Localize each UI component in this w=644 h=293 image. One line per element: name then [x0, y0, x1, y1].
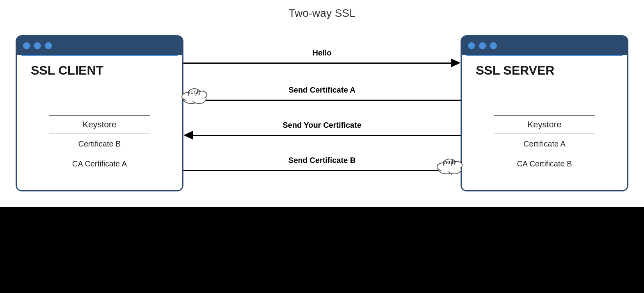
arrow-send-your-cert-head [183, 131, 193, 139]
ssl-client-box: SSL CLIENT Keystore Certificate B CA Cer… [16, 35, 183, 191]
client-titlebar [17, 36, 182, 55]
server-keystore-header: Keystore [494, 116, 595, 134]
arrow-hello-shaft [183, 63, 451, 64]
client-dot-3 [45, 42, 52, 49]
server-titlebar [462, 36, 627, 55]
verify-cloud-left: verify [180, 82, 209, 104]
client-keystore-row-1: Certificate B [49, 134, 150, 154]
client-keystore-header: Keystore [49, 116, 150, 134]
arrow-send-your-cert-shaft [193, 135, 461, 136]
client-title: SSL CLIENT [23, 60, 111, 78]
bottom-section [0, 207, 644, 293]
server-keystore-row-1: Certificate A [494, 134, 595, 154]
server-dot-1 [468, 42, 475, 49]
arrow-hello: Hello [183, 59, 461, 67]
arrows-section: Hello Send Certificate A [183, 35, 461, 191]
server-dot-3 [490, 42, 497, 49]
arrow-send-cert-b: Send Certificate B verify [183, 166, 461, 175]
diagram-section: Two-way SSL SSL CLIENT Keystore Certific… [0, 0, 644, 207]
svg-rect-11 [441, 166, 460, 172]
diagram-area: SSL CLIENT Keystore Certificate B CA Cer… [16, 27, 628, 199]
arrow-send-cert-a: Send Certificate A verify [183, 96, 461, 104]
server-dot-2 [479, 42, 486, 49]
server-keystore-row-2: CA Certificate B [494, 154, 595, 174]
client-dot-1 [23, 42, 30, 49]
client-keystore-table: Keystore Certificate B CA Certificate A [49, 115, 150, 174]
ssl-server-box: SSL SERVER Keystore Certificate A CA Cer… [461, 35, 628, 191]
arrow-send-cert-a-shaft [193, 100, 461, 101]
verify-text-right: verify [443, 159, 456, 165]
server-keystore-table: Keystore Certificate A CA Certificate B [494, 115, 595, 174]
server-content: Keystore Certificate A CA Certificate B [462, 78, 627, 212]
svg-rect-5 [186, 96, 205, 101]
verify-text-left: verify [188, 89, 201, 95]
server-title: SSL SERVER [468, 60, 562, 78]
verify-cloud-right: verify [435, 153, 464, 175]
arrow-send-cert-a-label: Send Certificate A [288, 86, 356, 95]
client-content: Keystore Certificate B CA Certificate A [17, 78, 182, 212]
arrow-hello-head [451, 59, 461, 67]
arrow-send-cert-b-shaft [183, 170, 451, 171]
page-title: Two-way SSL [0, 0, 644, 20]
client-dot-2 [34, 42, 41, 49]
arrow-hello-label: Hello [313, 48, 332, 57]
client-keystore-row-2: CA Certificate A [49, 154, 150, 174]
arrow-send-cert-b-label: Send Certificate B [288, 156, 356, 165]
arrow-send-your-cert-label: Send Your Certificate [283, 121, 361, 130]
arrow-send-your-cert: Send Your Certificate [183, 131, 461, 139]
